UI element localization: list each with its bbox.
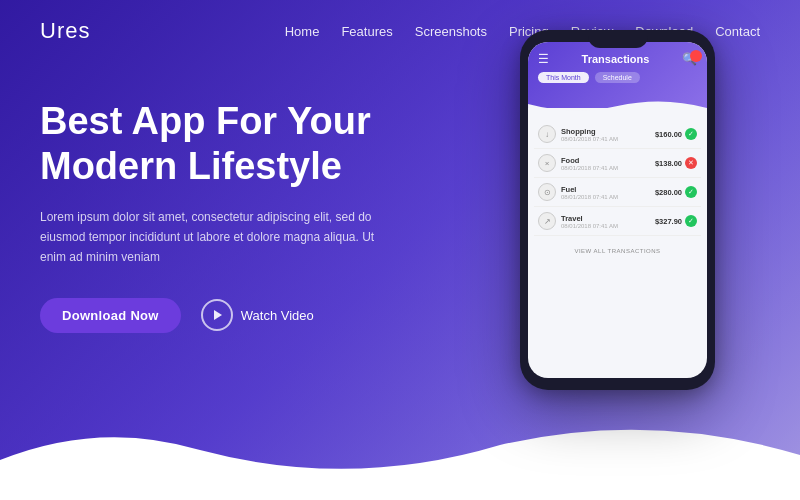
phone-mockup: ☰ Transactions 🔍 This Month Schedule — [520, 30, 720, 390]
txn-left: × Food 08/01/2018 07:41 AM — [538, 154, 618, 172]
txn-status-badge: ✓ — [685, 215, 697, 227]
txn-status-badge: ✕ — [685, 157, 697, 169]
transaction-item: ↓ Shopping 08/01/2018 07:41 AM $160.00 ✓ — [534, 120, 701, 149]
txn-info-travel: Travel 08/01/2018 07:41 AM — [561, 214, 618, 229]
logo: Ures — [40, 18, 90, 44]
transaction-item: ↗ Travel 08/01/2018 07:41 AM $327.90 ✓ — [534, 207, 701, 236]
app-header-top: ☰ Transactions 🔍 — [538, 52, 697, 66]
nav-link-contact[interactable]: Contact — [715, 24, 760, 39]
nav-link-home[interactable]: Home — [285, 24, 320, 39]
transaction-item: × Food 08/01/2018 07:41 AM $138.00 ✕ — [534, 149, 701, 178]
txn-amount: $160.00 — [655, 130, 682, 139]
app-title: Transactions — [582, 53, 650, 65]
txn-left: ↗ Travel 08/01/2018 07:41 AM — [538, 212, 618, 230]
txn-name: Fuel — [561, 185, 618, 194]
txn-info-fuel: Fuel 08/01/2018 07:41 AM — [561, 185, 618, 200]
txn-right: $280.00 ✓ — [655, 186, 697, 198]
txn-icon-shopping: ↓ — [538, 125, 556, 143]
txn-date: 08/01/2018 07:41 AM — [561, 165, 618, 171]
txn-right: $327.90 ✓ — [655, 215, 697, 227]
logo-bold: U — [40, 18, 57, 43]
hero-subtitle: Lorem ipsum dolor sit amet, consectetur … — [40, 207, 380, 268]
nav-link-features[interactable]: Features — [341, 24, 392, 39]
hero-actions: Download Now Watch Video — [40, 298, 380, 333]
txn-name: Travel — [561, 214, 618, 223]
hero-content: Best App For Your Modern Lifestyle Lorem… — [0, 54, 420, 333]
play-icon — [201, 299, 233, 331]
txn-info-food: Food 08/01/2018 07:41 AM — [561, 156, 618, 171]
app-header: ☰ Transactions 🔍 This Month Schedule — [528, 42, 707, 108]
nav-item-features[interactable]: Features — [341, 22, 392, 40]
nav-item-screenshots[interactable]: Screenshots — [415, 22, 487, 40]
phone-notch — [588, 30, 648, 48]
view-all-transactions[interactable]: VIEW ALL TRANSACTIONS — [528, 242, 707, 258]
txn-right: $138.00 ✕ — [655, 157, 697, 169]
txn-name: Shopping — [561, 127, 618, 136]
notification-badge — [690, 50, 702, 62]
watch-video-button[interactable]: Watch Video — [201, 299, 314, 331]
nav-item-home[interactable]: Home — [285, 22, 320, 40]
txn-amount: $138.00 — [655, 159, 682, 168]
txn-amount: $280.00 — [655, 188, 682, 197]
txn-icon-food: × — [538, 154, 556, 172]
tab-schedule[interactable]: Schedule — [595, 72, 640, 83]
txn-left: ⊙ Fuel 08/01/2018 07:41 AM — [538, 183, 618, 201]
phone-screen: ☰ Transactions 🔍 This Month Schedule — [528, 42, 707, 378]
watch-video-label: Watch Video — [241, 308, 314, 323]
app-tabs: This Month Schedule — [538, 72, 697, 83]
txn-left: ↓ Shopping 08/01/2018 07:41 AM — [538, 125, 618, 143]
hero-title: Best App For Your Modern Lifestyle — [40, 99, 380, 189]
txn-amount: $327.90 — [655, 217, 682, 226]
txn-status-badge: ✓ — [685, 186, 697, 198]
nav-link-screenshots[interactable]: Screenshots — [415, 24, 487, 39]
hero-title-line2: Modern Lifestyle — [40, 145, 342, 187]
txn-date: 08/01/2018 07:41 AM — [561, 136, 618, 142]
play-triangle-icon — [214, 310, 222, 320]
menu-icon[interactable]: ☰ — [538, 52, 549, 66]
transaction-list: ↓ Shopping 08/01/2018 07:41 AM $160.00 ✓ — [528, 108, 707, 242]
hero-title-line1: Best App For Your — [40, 100, 371, 142]
hero-section: Ures Home Features Screenshots Pricing R… — [0, 0, 800, 500]
txn-name: Food — [561, 156, 618, 165]
bottom-wave — [0, 420, 800, 500]
txn-icon-travel: ↗ — [538, 212, 556, 230]
app-wave-svg — [528, 96, 707, 116]
txn-date: 08/01/2018 07:41 AM — [561, 194, 618, 200]
phone-outer: ☰ Transactions 🔍 This Month Schedule — [520, 30, 715, 390]
txn-icon-fuel: ⊙ — [538, 183, 556, 201]
txn-info-shopping: Shopping 08/01/2018 07:41 AM — [561, 127, 618, 142]
logo-light: res — [57, 18, 91, 43]
txn-right: $160.00 ✓ — [655, 128, 697, 140]
nav-item-contact[interactable]: Contact — [715, 22, 760, 40]
txn-status-badge: ✓ — [685, 128, 697, 140]
tab-this-month[interactable]: This Month — [538, 72, 589, 83]
download-button[interactable]: Download Now — [40, 298, 181, 333]
transaction-item: ⊙ Fuel 08/01/2018 07:41 AM $280.00 ✓ — [534, 178, 701, 207]
txn-date: 08/01/2018 07:41 AM — [561, 223, 618, 229]
